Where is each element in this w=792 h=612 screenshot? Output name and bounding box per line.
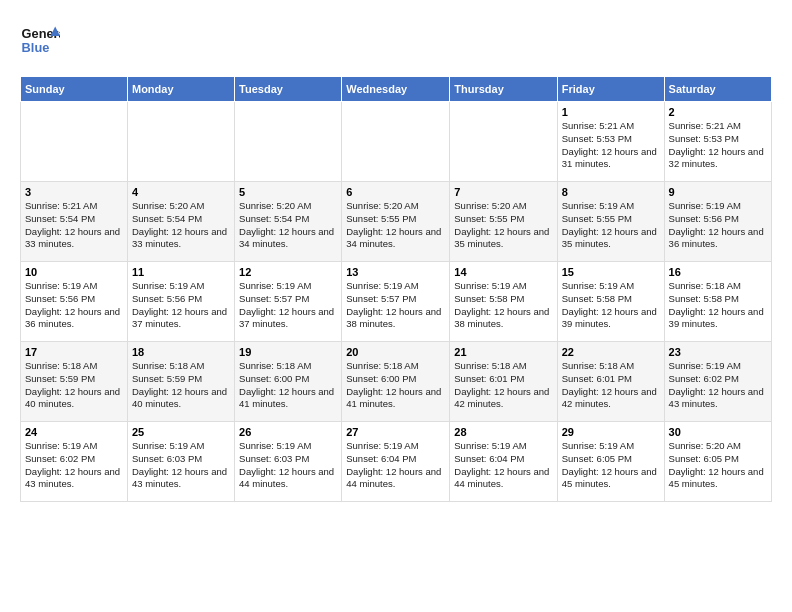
day-info: Sunrise: 5:19 AMSunset: 6:04 PMDaylight:…: [346, 440, 445, 491]
day-info: Sunrise: 5:18 AMSunset: 5:58 PMDaylight:…: [669, 280, 767, 331]
day-number: 19: [239, 346, 337, 358]
day-number: 16: [669, 266, 767, 278]
day-number: 28: [454, 426, 552, 438]
day-info: Sunrise: 5:18 AMSunset: 5:59 PMDaylight:…: [132, 360, 230, 411]
header-row: SundayMondayTuesdayWednesdayThursdayFrid…: [21, 77, 772, 102]
day-number: 22: [562, 346, 660, 358]
day-cell: 8Sunrise: 5:19 AMSunset: 5:55 PMDaylight…: [557, 182, 664, 262]
header-thursday: Thursday: [450, 77, 557, 102]
day-info: Sunrise: 5:19 AMSunset: 5:57 PMDaylight:…: [346, 280, 445, 331]
day-info: Sunrise: 5:21 AMSunset: 5:54 PMDaylight:…: [25, 200, 123, 251]
day-number: 1: [562, 106, 660, 118]
svg-text:Blue: Blue: [22, 40, 50, 55]
header-monday: Monday: [127, 77, 234, 102]
day-number: 14: [454, 266, 552, 278]
day-cell: 18Sunrise: 5:18 AMSunset: 5:59 PMDayligh…: [127, 342, 234, 422]
day-cell: 19Sunrise: 5:18 AMSunset: 6:00 PMDayligh…: [235, 342, 342, 422]
day-cell: 10Sunrise: 5:19 AMSunset: 5:56 PMDayligh…: [21, 262, 128, 342]
logo-icon: General Blue: [20, 20, 60, 60]
header-sunday: Sunday: [21, 77, 128, 102]
day-cell: 13Sunrise: 5:19 AMSunset: 5:57 PMDayligh…: [342, 262, 450, 342]
week-row-4: 17Sunrise: 5:18 AMSunset: 5:59 PMDayligh…: [21, 342, 772, 422]
day-number: 25: [132, 426, 230, 438]
day-cell: 25Sunrise: 5:19 AMSunset: 6:03 PMDayligh…: [127, 422, 234, 502]
day-cell: 22Sunrise: 5:18 AMSunset: 6:01 PMDayligh…: [557, 342, 664, 422]
day-number: 4: [132, 186, 230, 198]
day-number: 11: [132, 266, 230, 278]
day-cell: 23Sunrise: 5:19 AMSunset: 6:02 PMDayligh…: [664, 342, 771, 422]
day-number: 30: [669, 426, 767, 438]
day-cell: 5Sunrise: 5:20 AMSunset: 5:54 PMDaylight…: [235, 182, 342, 262]
week-row-1: 1Sunrise: 5:21 AMSunset: 5:53 PMDaylight…: [21, 102, 772, 182]
day-number: 10: [25, 266, 123, 278]
day-number: 27: [346, 426, 445, 438]
day-number: 18: [132, 346, 230, 358]
day-info: Sunrise: 5:18 AMSunset: 6:00 PMDaylight:…: [346, 360, 445, 411]
day-number: 8: [562, 186, 660, 198]
day-info: Sunrise: 5:18 AMSunset: 6:00 PMDaylight:…: [239, 360, 337, 411]
day-info: Sunrise: 5:19 AMSunset: 5:56 PMDaylight:…: [25, 280, 123, 331]
header-saturday: Saturday: [664, 77, 771, 102]
day-info: Sunrise: 5:19 AMSunset: 6:04 PMDaylight:…: [454, 440, 552, 491]
header-friday: Friday: [557, 77, 664, 102]
day-number: 17: [25, 346, 123, 358]
day-cell: 2Sunrise: 5:21 AMSunset: 5:53 PMDaylight…: [664, 102, 771, 182]
day-number: 24: [25, 426, 123, 438]
day-cell: 21Sunrise: 5:18 AMSunset: 6:01 PMDayligh…: [450, 342, 557, 422]
header-wednesday: Wednesday: [342, 77, 450, 102]
day-info: Sunrise: 5:18 AMSunset: 6:01 PMDaylight:…: [562, 360, 660, 411]
day-number: 9: [669, 186, 767, 198]
day-info: Sunrise: 5:20 AMSunset: 5:55 PMDaylight:…: [346, 200, 445, 251]
day-cell: 9Sunrise: 5:19 AMSunset: 5:56 PMDaylight…: [664, 182, 771, 262]
day-info: Sunrise: 5:19 AMSunset: 6:02 PMDaylight:…: [669, 360, 767, 411]
day-number: 20: [346, 346, 445, 358]
day-info: Sunrise: 5:20 AMSunset: 5:54 PMDaylight:…: [132, 200, 230, 251]
day-info: Sunrise: 5:19 AMSunset: 5:56 PMDaylight:…: [669, 200, 767, 251]
day-number: 7: [454, 186, 552, 198]
day-number: 12: [239, 266, 337, 278]
day-cell: 26Sunrise: 5:19 AMSunset: 6:03 PMDayligh…: [235, 422, 342, 502]
week-row-5: 24Sunrise: 5:19 AMSunset: 6:02 PMDayligh…: [21, 422, 772, 502]
calendar-table: SundayMondayTuesdayWednesdayThursdayFrid…: [20, 76, 772, 502]
day-cell: [342, 102, 450, 182]
day-cell: 6Sunrise: 5:20 AMSunset: 5:55 PMDaylight…: [342, 182, 450, 262]
day-cell: 11Sunrise: 5:19 AMSunset: 5:56 PMDayligh…: [127, 262, 234, 342]
day-info: Sunrise: 5:18 AMSunset: 5:59 PMDaylight:…: [25, 360, 123, 411]
day-info: Sunrise: 5:20 AMSunset: 5:54 PMDaylight:…: [239, 200, 337, 251]
day-cell: 29Sunrise: 5:19 AMSunset: 6:05 PMDayligh…: [557, 422, 664, 502]
day-number: 6: [346, 186, 445, 198]
day-info: Sunrise: 5:19 AMSunset: 6:05 PMDaylight:…: [562, 440, 660, 491]
day-cell: 3Sunrise: 5:21 AMSunset: 5:54 PMDaylight…: [21, 182, 128, 262]
day-number: 23: [669, 346, 767, 358]
day-number: 13: [346, 266, 445, 278]
logo: General Blue: [20, 20, 64, 60]
day-cell: 17Sunrise: 5:18 AMSunset: 5:59 PMDayligh…: [21, 342, 128, 422]
day-number: 5: [239, 186, 337, 198]
day-number: 29: [562, 426, 660, 438]
day-cell: 16Sunrise: 5:18 AMSunset: 5:58 PMDayligh…: [664, 262, 771, 342]
day-info: Sunrise: 5:19 AMSunset: 6:02 PMDaylight:…: [25, 440, 123, 491]
day-cell: 4Sunrise: 5:20 AMSunset: 5:54 PMDaylight…: [127, 182, 234, 262]
week-row-2: 3Sunrise: 5:21 AMSunset: 5:54 PMDaylight…: [21, 182, 772, 262]
week-row-3: 10Sunrise: 5:19 AMSunset: 5:56 PMDayligh…: [21, 262, 772, 342]
day-info: Sunrise: 5:19 AMSunset: 5:57 PMDaylight:…: [239, 280, 337, 331]
day-cell: [235, 102, 342, 182]
page-header: General Blue: [20, 20, 772, 60]
day-cell: 1Sunrise: 5:21 AMSunset: 5:53 PMDaylight…: [557, 102, 664, 182]
day-info: Sunrise: 5:19 AMSunset: 5:55 PMDaylight:…: [562, 200, 660, 251]
day-cell: 24Sunrise: 5:19 AMSunset: 6:02 PMDayligh…: [21, 422, 128, 502]
day-info: Sunrise: 5:20 AMSunset: 6:05 PMDaylight:…: [669, 440, 767, 491]
day-cell: 12Sunrise: 5:19 AMSunset: 5:57 PMDayligh…: [235, 262, 342, 342]
day-cell: [450, 102, 557, 182]
day-cell: 20Sunrise: 5:18 AMSunset: 6:00 PMDayligh…: [342, 342, 450, 422]
day-number: 15: [562, 266, 660, 278]
day-cell: 30Sunrise: 5:20 AMSunset: 6:05 PMDayligh…: [664, 422, 771, 502]
day-cell: 15Sunrise: 5:19 AMSunset: 5:58 PMDayligh…: [557, 262, 664, 342]
day-cell: 7Sunrise: 5:20 AMSunset: 5:55 PMDaylight…: [450, 182, 557, 262]
day-info: Sunrise: 5:19 AMSunset: 5:58 PMDaylight:…: [454, 280, 552, 331]
day-number: 2: [669, 106, 767, 118]
day-info: Sunrise: 5:19 AMSunset: 6:03 PMDaylight:…: [132, 440, 230, 491]
day-info: Sunrise: 5:21 AMSunset: 5:53 PMDaylight:…: [562, 120, 660, 171]
header-tuesday: Tuesday: [235, 77, 342, 102]
day-number: 26: [239, 426, 337, 438]
